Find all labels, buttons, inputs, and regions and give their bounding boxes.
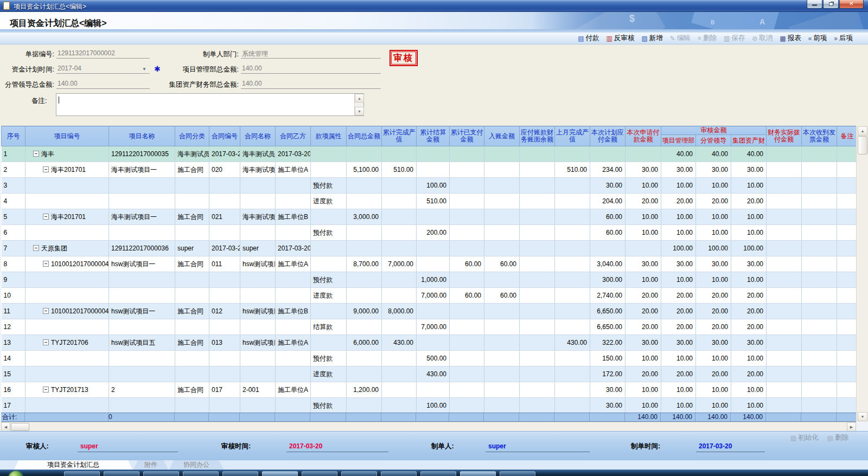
cell[interactable]: 10.00 <box>626 209 661 225</box>
cell[interactable]: 100.00 <box>661 241 696 256</box>
cell[interactable] <box>450 209 484 225</box>
cell[interactable]: 7,000.00 <box>382 256 417 272</box>
cell[interactable]: 9,000.00 <box>347 304 382 319</box>
column-header[interactable]: 本次计划应付金额 <box>590 126 626 146</box>
cell[interactable]: 20.00 <box>626 366 661 382</box>
cell[interactable]: 10.00 <box>661 351 696 366</box>
cell[interactable]: 16 <box>2 382 25 398</box>
cell[interactable]: 30.00 <box>696 256 731 272</box>
cell[interactable]: 20.00 <box>696 319 731 335</box>
cell[interactable] <box>520 209 555 225</box>
cell[interactable] <box>520 178 555 194</box>
cell[interactable]: 1 <box>2 146 25 162</box>
cell[interactable]: 海丰201701 <box>25 209 109 225</box>
cell[interactable] <box>347 319 382 335</box>
cell[interactable] <box>311 241 347 256</box>
field-value[interactable]: 140.00 <box>241 80 381 89</box>
cell[interactable]: 40.00 <box>696 146 731 162</box>
cell[interactable] <box>520 272 555 288</box>
cell[interactable] <box>240 351 276 366</box>
tab-collaboration[interactable]: 协同办公 <box>169 460 224 469</box>
column-header[interactable]: 合同分类 <box>175 126 209 146</box>
report-button[interactable]: ▦报表 <box>780 33 801 44</box>
cell[interactable] <box>311 146 347 162</box>
cell[interactable] <box>520 398 555 413</box>
cell[interactable] <box>767 272 802 288</box>
cell[interactable] <box>767 209 802 225</box>
cell[interactable] <box>484 272 520 288</box>
cell[interactable] <box>347 272 382 288</box>
cell[interactable] <box>450 382 484 398</box>
dropdown-arrow-icon[interactable]: ▼ <box>142 67 146 72</box>
cell[interactable]: 海丰测试项目一 <box>109 162 175 178</box>
cell[interactable] <box>417 382 450 398</box>
scroll-left-icon[interactable]: ◀ <box>1 422 10 432</box>
cell[interactable]: 6,650.00 <box>590 319 626 335</box>
cell[interactable]: 20.00 <box>731 319 767 335</box>
tab-attachment[interactable]: 附件 <box>133 460 168 469</box>
cell[interactable] <box>555 398 590 413</box>
cell[interactable] <box>240 366 276 382</box>
tab-main[interactable]: 项目资金计划汇总 <box>14 460 132 469</box>
cell[interactable]: 2 <box>2 162 25 178</box>
cell[interactable]: 4 <box>2 194 25 209</box>
cell[interactable] <box>25 225 109 241</box>
cell[interactable] <box>276 288 311 304</box>
cell[interactable]: 10.00 <box>731 272 767 288</box>
cell[interactable] <box>240 194 276 209</box>
cell[interactable] <box>276 194 311 209</box>
cell[interactable] <box>802 209 837 225</box>
cell[interactable] <box>209 178 240 194</box>
cell[interactable]: 3,040.00 <box>590 256 626 272</box>
cell[interactable] <box>175 288 209 304</box>
table-row[interactable]: 9预付款1,000.00300.0010.0010.0010.0010.00 <box>2 272 857 288</box>
cell[interactable]: 10.00 <box>626 178 661 194</box>
cell[interactable]: 海丰测试员 <box>240 146 276 162</box>
cell[interactable]: 2017-03-20 <box>276 146 311 162</box>
cell[interactable] <box>109 351 175 366</box>
cell[interactable] <box>175 398 209 413</box>
cell[interactable] <box>25 398 109 413</box>
cell[interactable]: 预付款 <box>311 272 347 288</box>
cell[interactable] <box>382 351 417 366</box>
cell[interactable]: 20.00 <box>696 304 731 319</box>
cell[interactable] <box>175 225 209 241</box>
cell[interactable]: 10.00 <box>731 382 767 398</box>
cell[interactable] <box>240 178 276 194</box>
cell[interactable]: 10.00 <box>731 225 767 241</box>
cell[interactable] <box>837 256 857 272</box>
cell[interactable]: 结算款 <box>311 319 347 335</box>
cell[interactable] <box>347 288 382 304</box>
column-header[interactable]: 项目名称 <box>109 126 175 146</box>
cell[interactable]: 施工单位B <box>276 209 311 225</box>
cell[interactable]: 1010012017000004 <box>25 256 109 272</box>
column-header[interactable]: 合同乙方 <box>276 126 311 146</box>
cell[interactable]: 6 <box>2 225 25 241</box>
cell[interactable] <box>209 319 240 335</box>
cell[interactable] <box>311 162 347 178</box>
column-header[interactable]: 项目编号 <box>25 126 109 146</box>
cell[interactable] <box>382 288 417 304</box>
cell[interactable]: 1291122017000036 <box>109 241 175 256</box>
cell[interactable] <box>382 272 417 288</box>
cell[interactable]: 200.00 <box>417 225 450 241</box>
scroll-down-icon[interactable]: ▼ <box>355 107 364 115</box>
cell[interactable] <box>520 288 555 304</box>
cell[interactable] <box>802 382 837 398</box>
cell[interactable]: 10.00 <box>661 178 696 194</box>
cell[interactable]: 2017-03-20 <box>276 241 311 256</box>
start-button[interactable] <box>9 471 23 476</box>
cell[interactable] <box>837 351 857 366</box>
cell[interactable] <box>109 225 175 241</box>
taskbar-button[interactable] <box>104 471 139 476</box>
column-header[interactable]: 合同编号 <box>209 126 240 146</box>
cell[interactable] <box>25 288 109 304</box>
cell[interactable]: 9 <box>2 272 25 288</box>
add-button[interactable]: ▨新增 <box>641 33 662 44</box>
column-header[interactable]: 累计结算金额 <box>417 126 450 146</box>
cell[interactable] <box>837 241 857 256</box>
cell[interactable] <box>837 178 857 194</box>
cell[interactable] <box>520 225 555 241</box>
cell[interactable]: 5 <box>2 209 25 225</box>
cell[interactable]: 施工单位A <box>276 162 311 178</box>
